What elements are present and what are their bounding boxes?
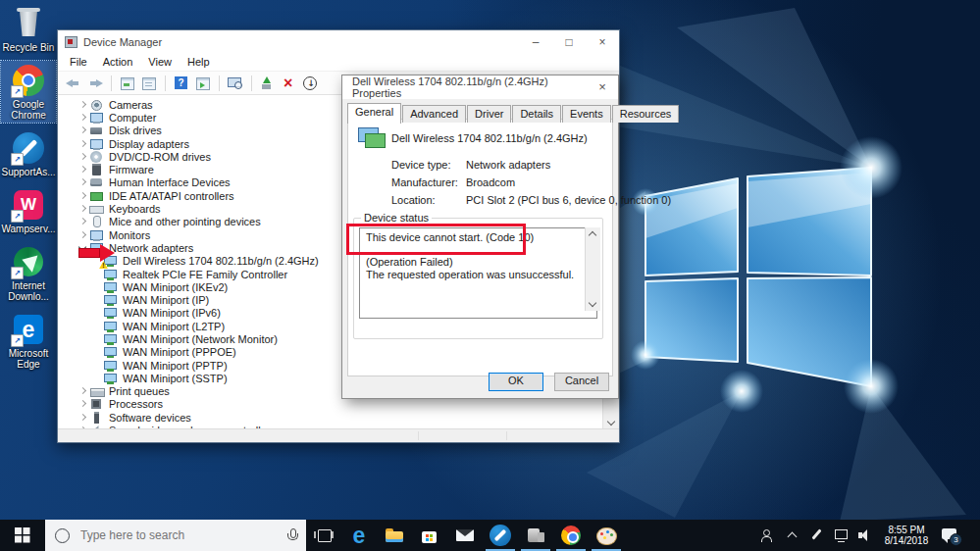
search-input[interactable] xyxy=(78,527,279,543)
dialog-titlebar[interactable]: Dell Wireless 1704 802.11b/g/n (2.4GHz) … xyxy=(342,75,618,99)
tab-driver[interactable]: Driver xyxy=(467,105,511,123)
tree-item-label: Dell Wireless 1704 802.11b/g/n (2.4GHz) xyxy=(123,255,319,267)
tab-events[interactable]: Events xyxy=(562,105,611,123)
minimize-icon[interactable]: – xyxy=(519,31,552,53)
menu-action[interactable]: Action xyxy=(95,56,141,68)
taskbar-paint[interactable] xyxy=(589,520,624,551)
desktop-icon-idm[interactable]: Internet Downlo... xyxy=(1,242,56,304)
chevron-right-icon[interactable] xyxy=(77,229,89,241)
tree-item-label: Mice and other pointing devices xyxy=(109,216,261,227)
desktop-icon-google-chrome[interactable]: Google Chrome xyxy=(1,61,56,123)
action-pane-icon[interactable] xyxy=(193,75,213,92)
toolbar-separator xyxy=(219,75,220,91)
close-icon[interactable]: × xyxy=(586,31,619,53)
ok-button[interactable]: OK xyxy=(489,373,543,391)
tab-resources[interactable]: Resources xyxy=(612,105,680,123)
desktop-icon-wampserver[interactable]: Wampserv... xyxy=(1,185,56,236)
toolbar-separator xyxy=(111,75,112,91)
disable-device-icon[interactable] xyxy=(301,75,321,92)
clock-date: 8/14/2018 xyxy=(883,535,930,547)
desktop-icon-label: Google Chrome xyxy=(11,99,46,121)
field-value: PCI Slot 2 (PCI bus 6, device 0, functio… xyxy=(466,194,671,206)
desktop-icons: Recycle BinGoogle ChromeSupportAs...Wamp… xyxy=(0,4,57,377)
chevron-right-icon[interactable] xyxy=(77,138,89,150)
shortcut-arrow-icon xyxy=(11,153,24,166)
uninstall-icon[interactable] xyxy=(280,75,299,92)
tree-item-label: Realtek PCIe FE Family Controller xyxy=(123,269,287,280)
chevron-right-icon[interactable] xyxy=(77,385,89,397)
file-explorer-icon xyxy=(383,524,406,547)
properties-icon[interactable] xyxy=(139,75,159,92)
taskbar-store[interactable] xyxy=(412,520,447,551)
tab-advanced[interactable]: Advanced xyxy=(402,105,466,123)
taskbar-supportassist[interactable] xyxy=(483,520,518,551)
edge-icon xyxy=(347,524,371,547)
chevron-right-icon[interactable] xyxy=(77,398,89,410)
desktop-icon-microsoft-edge[interactable]: Microsoft Edge xyxy=(1,310,56,372)
volume-icon[interactable] xyxy=(858,527,874,543)
people-icon[interactable] xyxy=(760,527,776,543)
network-icon xyxy=(103,281,118,293)
tree-item-label: Human Interface Devices xyxy=(109,176,231,188)
tree-item-label: Display adapters xyxy=(109,138,189,150)
taskbar-edge[interactable] xyxy=(341,520,377,551)
chevron-right-icon[interactable] xyxy=(77,164,89,175)
desktop-icon-supportassist[interactable]: SupportAs... xyxy=(1,128,56,179)
taskbar-clock[interactable]: 8:55 PM 8/14/2018 xyxy=(883,525,930,547)
scan-hardware-icon[interactable] xyxy=(226,75,245,92)
taskbar-search[interactable] xyxy=(45,520,306,551)
taskbar-task-view[interactable] xyxy=(306,520,341,551)
chevron-up-icon[interactable] xyxy=(785,527,800,543)
dm-titlebar[interactable]: Device Manager – □ × xyxy=(58,30,619,53)
chevron-right-icon[interactable] xyxy=(77,412,89,424)
annotation-box xyxy=(346,224,526,255)
network-icon xyxy=(103,373,118,384)
tree-item[interactable]: Software devices xyxy=(58,411,603,424)
chevron-right-icon[interactable] xyxy=(77,203,89,215)
taskbar-mail[interactable] xyxy=(447,520,483,551)
maximize-icon[interactable]: □ xyxy=(552,31,586,53)
chevron-right-icon[interactable] xyxy=(77,176,89,188)
action-center-icon[interactable]: 3 xyxy=(942,527,961,544)
network-icon xyxy=(103,321,118,332)
taskbar-chrome[interactable] xyxy=(553,520,589,551)
microphone-icon[interactable] xyxy=(287,528,296,542)
microsoft-edge-icon xyxy=(12,313,45,346)
menu-help[interactable]: Help xyxy=(180,56,218,68)
cancel-button[interactable]: Cancel xyxy=(554,373,609,391)
chevron-right-icon[interactable] xyxy=(77,216,89,227)
chevron-right-icon[interactable] xyxy=(77,190,89,202)
pen-icon[interactable] xyxy=(809,527,825,543)
status-scrollbar[interactable] xyxy=(585,227,600,311)
chevron-right-icon[interactable] xyxy=(77,125,89,136)
tree-item-label: DVD/CD-ROM drives xyxy=(109,151,211,163)
desktop-icon-recycle-bin[interactable]: Recycle Bin xyxy=(1,4,56,55)
network-tray-icon[interactable] xyxy=(834,527,850,543)
forward-icon[interactable] xyxy=(85,75,105,92)
chevron-right-icon[interactable] xyxy=(77,151,89,163)
tab-general[interactable]: General xyxy=(347,103,401,124)
menu-file[interactable]: File xyxy=(62,56,95,68)
tree-item[interactable]: Processors xyxy=(58,398,603,411)
taskbar-file-explorer[interactable] xyxy=(377,520,412,551)
chevron-right-icon[interactable] xyxy=(77,112,89,124)
tab-details[interactable]: Details xyxy=(512,105,561,123)
recycle-bin-icon xyxy=(12,7,45,40)
taskbar-system-tool[interactable] xyxy=(518,520,553,551)
chevron-right-icon[interactable] xyxy=(77,99,89,111)
dialog-close-icon[interactable]: × xyxy=(593,75,612,99)
printer-icon xyxy=(89,385,104,397)
back-icon[interactable] xyxy=(64,75,83,92)
start-button[interactable] xyxy=(0,520,45,551)
update-driver-icon[interactable] xyxy=(258,75,278,92)
camera-icon xyxy=(89,99,104,111)
console-window-icon[interactable] xyxy=(118,75,137,92)
tree-item-label: IDE ATA/ATAPI controllers xyxy=(109,190,234,202)
shortcut-arrow-icon xyxy=(11,334,24,347)
help-icon[interactable] xyxy=(172,75,191,92)
menu-view[interactable]: View xyxy=(140,56,180,68)
store-icon xyxy=(418,524,441,547)
tree-item-label: Disk drives xyxy=(109,125,162,136)
system-tool-icon xyxy=(524,524,547,547)
field-label: Device type: xyxy=(391,159,466,171)
